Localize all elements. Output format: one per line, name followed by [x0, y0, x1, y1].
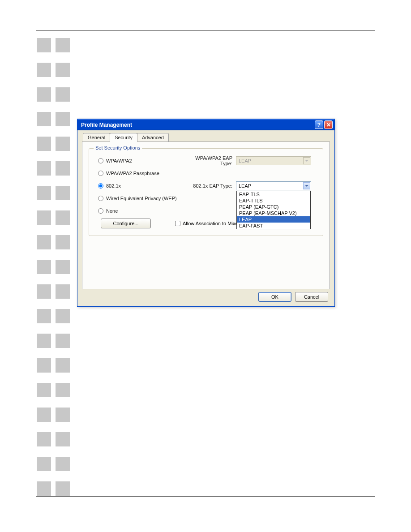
radio-none[interactable] — [98, 208, 103, 214]
radio-8021x-label[interactable]: 802.1x — [106, 183, 121, 189]
wpa-eap-type-value: LEAP — [239, 158, 251, 163]
security-panel: Set Security Options WPA/WPA2 WPA/WPA2 E… — [82, 142, 330, 289]
8021x-eap-type-label: 802.1x EAP Type: — [183, 183, 236, 189]
eap-option[interactable]: EAP-TTLS — [237, 197, 310, 204]
dialog-title: Profile Management — [81, 122, 132, 128]
eap-option[interactable]: PEAP (EAP-GTC) — [237, 204, 310, 210]
group-title: Set Security Options — [94, 145, 142, 150]
security-options-group: Set Security Options WPA/WPA2 WPA/WPA2 E… — [89, 148, 323, 236]
8021x-eap-dropdown[interactable]: EAP-TLS EAP-TTLS PEAP (EAP-GTC) PEAP (EA… — [236, 191, 311, 229]
profile-management-dialog: Profile Management ? ✕ General Security … — [77, 119, 335, 307]
ok-button[interactable]: OK — [258, 292, 291, 302]
wpa-eap-type-combo: LEAP — [236, 156, 311, 165]
eap-option[interactable]: EAP-TLS — [237, 191, 310, 197]
cancel-button[interactable]: Cancel — [295, 292, 328, 302]
eap-option[interactable]: PEAP (EAP-MSCHAP V2) — [237, 210, 310, 216]
titlebar[interactable]: Profile Management ? ✕ — [77, 119, 334, 130]
sidebar-decoration — [37, 38, 70, 496]
close-button[interactable]: ✕ — [324, 120, 333, 129]
radio-wpa-passphrase-label[interactable]: WPA/WPA2 Passphrase — [106, 171, 159, 176]
page-rule-top — [36, 30, 375, 31]
radio-8021x[interactable] — [98, 183, 103, 189]
tab-security[interactable]: Security — [110, 133, 137, 142]
radio-none-label[interactable]: None — [106, 208, 118, 214]
page-rule-bottom — [36, 496, 375, 497]
help-button[interactable]: ? — [315, 120, 323, 129]
eap-option[interactable]: EAP-FAST — [237, 223, 310, 229]
eap-option-selected[interactable]: LEAP — [237, 216, 310, 223]
8021x-eap-type-combo[interactable]: LEAP EAP-TLS EAP-TTLS PEAP (EAP-GTC) PEA… — [236, 181, 311, 190]
radio-wpa[interactable] — [98, 158, 103, 163]
8021x-eap-type-value: LEAP — [239, 183, 251, 189]
allow-mixed-checkbox[interactable] — [175, 221, 180, 226]
radio-wep[interactable] — [98, 196, 103, 201]
tab-row: General Security Advanced — [77, 130, 334, 142]
radio-wep-label[interactable]: Wired Equivalent Privacy (WEP) — [106, 196, 177, 201]
dialog-button-row: OK Cancel — [258, 292, 328, 302]
chevron-down-icon[interactable] — [303, 182, 310, 189]
configure-button[interactable]: Configure... — [101, 219, 151, 228]
radio-wpa-label[interactable]: WPA/WPA2 — [106, 158, 132, 163]
help-icon: ? — [317, 122, 321, 128]
radio-wpa-passphrase[interactable] — [98, 171, 103, 176]
chevron-down-icon — [303, 157, 310, 164]
tab-general[interactable]: General — [83, 133, 110, 142]
tab-advanced[interactable]: Advanced — [137, 133, 169, 142]
close-icon: ✕ — [326, 122, 331, 128]
wpa-eap-type-label: WPA/WPA2 EAP Type: — [183, 155, 236, 166]
